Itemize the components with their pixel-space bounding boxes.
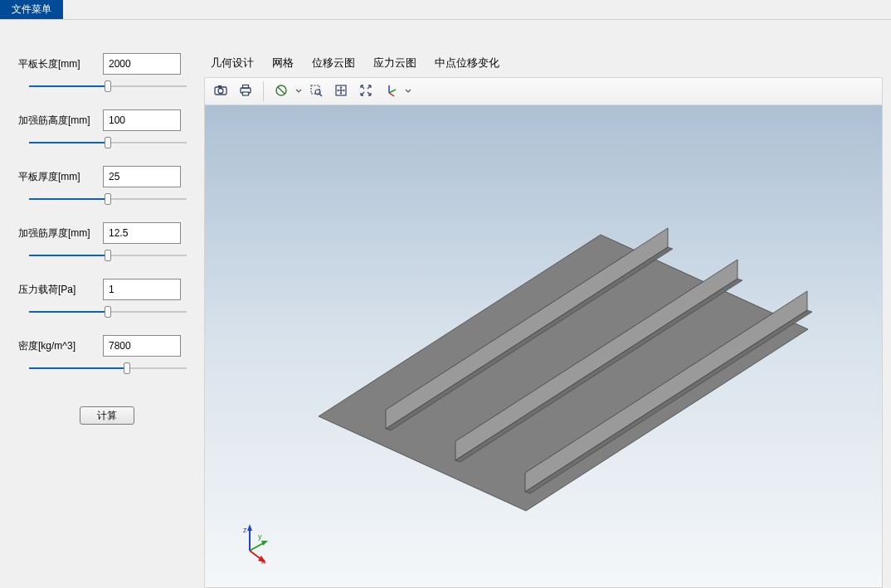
param-slider[interactable] bbox=[29, 78, 187, 95]
zoom-extents-button[interactable] bbox=[355, 80, 377, 102]
svg-text:y: y bbox=[258, 532, 262, 541]
slider-thumb[interactable] bbox=[105, 137, 111, 148]
param-label: 平板厚度[mm] bbox=[18, 170, 98, 184]
slider-thumb[interactable] bbox=[105, 250, 111, 261]
param-slider[interactable] bbox=[29, 134, 187, 151]
reset-view-button[interactable] bbox=[270, 80, 292, 102]
slider-thumb[interactable] bbox=[124, 362, 130, 374]
slider-fill bbox=[29, 142, 108, 143]
svg-marker-26 bbox=[261, 541, 268, 546]
content: 平板长度[mm]加强筋高度[mm]平板厚度[mm]加强筋厚度[mm]压力载荷[P… bbox=[0, 20, 891, 588]
param-label: 压力载荷[Pa] bbox=[18, 283, 98, 297]
param-slider[interactable] bbox=[29, 191, 187, 207]
zoom-box-button[interactable] bbox=[305, 80, 327, 102]
param-input[interactable] bbox=[103, 53, 181, 75]
svg-marker-23 bbox=[247, 524, 252, 531]
camera-button[interactable] bbox=[210, 80, 231, 102]
viewport-3d[interactable]: z y x bbox=[204, 105, 883, 588]
print-icon bbox=[238, 83, 253, 100]
param-label: 密度[kg/m^3] bbox=[18, 339, 98, 353]
tab[interactable]: 几何设计 bbox=[211, 56, 254, 70]
zoom-extents-icon bbox=[358, 83, 373, 100]
orientation-triad-icon: z y x bbox=[233, 522, 275, 564]
param-input[interactable] bbox=[103, 335, 181, 357]
fit-view-button[interactable] bbox=[330, 80, 352, 102]
param-input[interactable] bbox=[103, 166, 181, 187]
svg-line-7 bbox=[278, 87, 285, 94]
main-panel: 几何设计网格位移云图应力云图中点位移变化 z bbox=[204, 53, 891, 588]
param-slider[interactable] bbox=[29, 360, 187, 377]
param-label: 加强筋厚度[mm] bbox=[18, 226, 98, 241]
param-slider[interactable] bbox=[29, 304, 187, 320]
tab[interactable]: 网格 bbox=[272, 56, 294, 70]
slider-fill bbox=[29, 198, 108, 200]
plate-model bbox=[314, 213, 812, 528]
compute-button[interactable]: 计算 bbox=[80, 406, 134, 425]
param-row: 加强筋高度[mm] bbox=[18, 109, 196, 131]
param-row: 压力载荷[Pa] bbox=[18, 279, 196, 300]
svg-line-10 bbox=[319, 94, 322, 96]
svg-text:x: x bbox=[261, 557, 265, 564]
param-row: 平板长度[mm] bbox=[18, 53, 196, 75]
tab[interactable]: 应力云图 bbox=[373, 56, 416, 70]
svg-line-14 bbox=[389, 93, 394, 96]
param-input[interactable] bbox=[103, 222, 181, 244]
slider-thumb[interactable] bbox=[105, 80, 111, 92]
svg-line-13 bbox=[389, 90, 396, 93]
dropdown-arrow-icon[interactable] bbox=[405, 83, 411, 100]
reset-view-icon bbox=[274, 83, 289, 100]
tab[interactable]: 位移云图 bbox=[312, 56, 355, 70]
camera-icon bbox=[213, 83, 228, 100]
param-row: 加强筋厚度[mm] bbox=[18, 222, 196, 244]
param-label: 加强筋高度[mm] bbox=[18, 114, 98, 128]
svg-rect-4 bbox=[243, 85, 249, 88]
param-row: 平板厚度[mm] bbox=[18, 166, 196, 187]
svg-text:z: z bbox=[243, 526, 247, 534]
svg-point-2 bbox=[218, 88, 223, 93]
param-slider[interactable] bbox=[29, 247, 187, 264]
menubar: 文件菜单 bbox=[0, 0, 891, 20]
slider-fill bbox=[29, 255, 108, 256]
tab[interactable]: 中点位移变化 bbox=[435, 56, 499, 70]
file-menu[interactable]: 文件菜单 bbox=[0, 0, 63, 19]
param-input[interactable] bbox=[103, 109, 181, 131]
fit-view-icon bbox=[334, 83, 348, 100]
tabs: 几何设计网格位移云图应力云图中点位移变化 bbox=[204, 53, 883, 77]
param-row: 密度[kg/m^3] bbox=[18, 335, 196, 357]
slider-fill bbox=[29, 367, 127, 369]
svg-rect-1 bbox=[218, 85, 222, 88]
svg-rect-5 bbox=[243, 92, 249, 95]
slider-thumb[interactable] bbox=[105, 306, 111, 318]
viewport-toolbar bbox=[204, 77, 883, 105]
slider-fill bbox=[29, 85, 108, 87]
axes-icon bbox=[383, 83, 398, 100]
param-label: 平板长度[mm] bbox=[18, 57, 98, 71]
zoom-box-icon bbox=[309, 83, 324, 100]
parameters-sidebar: 平板长度[mm]加强筋高度[mm]平板厚度[mm]加强筋厚度[mm]压力载荷[P… bbox=[0, 53, 204, 588]
axes-button[interactable] bbox=[380, 80, 402, 102]
param-input[interactable] bbox=[103, 279, 181, 300]
print-button[interactable] bbox=[235, 80, 256, 102]
dropdown-arrow-icon[interactable] bbox=[295, 83, 302, 100]
toolbar-separator bbox=[263, 81, 264, 101]
slider-thumb[interactable] bbox=[105, 193, 111, 205]
slider-fill bbox=[29, 311, 108, 313]
